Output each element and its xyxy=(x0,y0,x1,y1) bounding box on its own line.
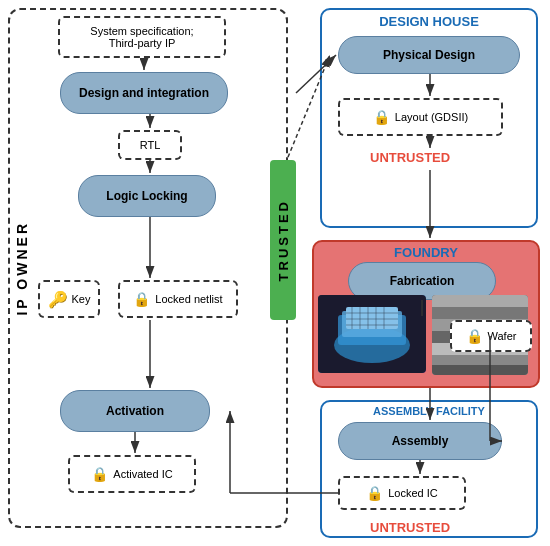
fabrication-label: Fabrication xyxy=(390,274,455,288)
svg-rect-15 xyxy=(432,307,528,319)
activated-ic-label: Activated IC xyxy=(113,468,172,480)
untrusted-label-2: UNTRUSTED xyxy=(370,520,450,535)
ip-owner-label: IP OWNER xyxy=(8,8,36,528)
svg-rect-19 xyxy=(432,355,528,365)
physical-design-node: Physical Design xyxy=(338,36,520,74)
design-integration-label: Design and integration xyxy=(79,86,209,100)
lock-icon-wafer: 🔒 xyxy=(466,328,483,344)
untrusted-label-1: UNTRUSTED xyxy=(370,150,450,165)
layout-gdsii-label: Layout (GDSII) xyxy=(395,111,468,123)
physical-design-label: Physical Design xyxy=(383,48,475,62)
assembly-facility-box xyxy=(320,400,538,538)
sys-spec-label: System specification; Third-party IP xyxy=(90,25,193,49)
key-node: 🔑 Key xyxy=(38,280,100,318)
lock-icon-layout: 🔒 xyxy=(373,109,390,125)
lock-icon-netlist: 🔒 xyxy=(133,291,150,307)
key-label: Key xyxy=(72,293,91,305)
svg-rect-20 xyxy=(432,365,528,375)
locked-ic-node: 🔒 Locked IC xyxy=(338,476,466,510)
fabrication-image xyxy=(318,295,426,373)
assembly-node: Assembly xyxy=(338,422,502,460)
trusted-label: TRUSTED xyxy=(270,160,296,320)
lock-icon-activated: 🔒 xyxy=(91,466,108,482)
trusted-text: TRUSTED xyxy=(276,199,291,281)
layout-gdsii-node: 🔒 Layout (GDSII) xyxy=(338,98,503,136)
logic-locking-label: Logic Locking xyxy=(106,189,187,203)
assembly-label: Assembly xyxy=(392,434,449,448)
logic-locking-node: Logic Locking xyxy=(78,175,216,217)
wafer-label: Wafer xyxy=(488,330,517,342)
ip-owner-text: IP OWNER xyxy=(14,221,30,316)
sys-spec-node: System specification; Third-party IP xyxy=(58,16,226,58)
key-icon: 🔑 xyxy=(48,290,68,309)
rtl-node: RTL xyxy=(118,130,182,160)
wafer-node: 🔒 Wafer xyxy=(450,320,532,352)
locked-ic-label: Locked IC xyxy=(388,487,438,499)
rtl-label: RTL xyxy=(140,139,161,151)
activated-ic-node: 🔒 Activated IC xyxy=(68,455,196,493)
svg-rect-4 xyxy=(346,307,398,329)
activation-node: Activation xyxy=(60,390,210,432)
lock-icon-ic: 🔒 xyxy=(366,485,383,501)
locked-netlist-label: Locked netlist xyxy=(155,293,222,305)
locked-netlist-node: 🔒 Locked netlist xyxy=(118,280,238,318)
design-house-title: DESIGN HOUSE xyxy=(320,8,538,29)
svg-rect-14 xyxy=(432,295,528,307)
foundry-title: FOUNDRY xyxy=(312,240,540,260)
activation-label: Activation xyxy=(106,404,164,418)
diagram: IP OWNER TRUSTED DESIGN HOUSE FOUNDRY AS… xyxy=(0,0,550,546)
design-integration-node: Design and integration xyxy=(60,72,228,114)
assembly-facility-title: ASSEMBLY FACILITY xyxy=(320,400,538,417)
